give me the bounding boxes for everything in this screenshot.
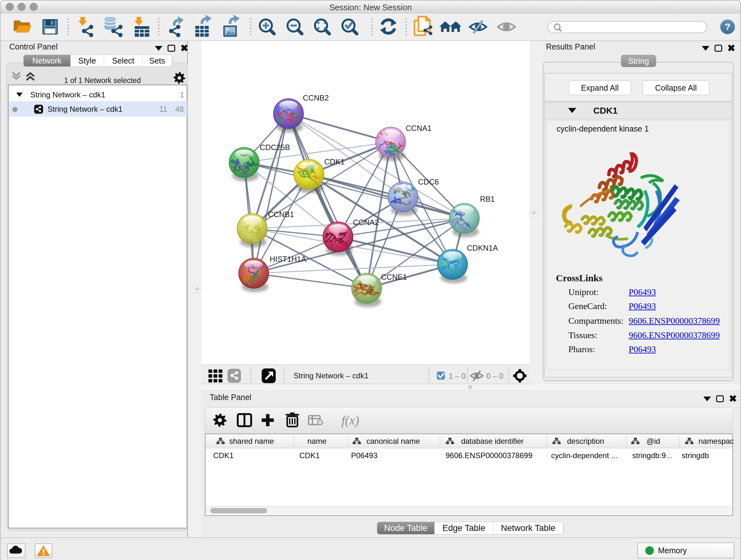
svg-text:CCNB1: CCNB1	[268, 210, 294, 219]
svg-text:CCNA2: CCNA2	[353, 218, 379, 227]
svg-text:CDC25B: CDC25B	[260, 143, 290, 152]
svg-text:CDK1: CDK1	[324, 158, 345, 166]
svg-text:CCNE1: CCNE1	[381, 273, 407, 281]
svg-text:CCNB2: CCNB2	[303, 94, 329, 102]
svg-text:CDC6: CDC6	[418, 178, 439, 186]
svg-text:f(x): f(x)	[341, 413, 359, 428]
svg-text:RB1: RB1	[480, 195, 495, 203]
svg-text:CCNA1: CCNA1	[406, 124, 431, 132]
svg-text:CDKN1A: CDKN1A	[467, 244, 498, 252]
svg-text:HIST1H1A: HIST1H1A	[270, 255, 307, 263]
